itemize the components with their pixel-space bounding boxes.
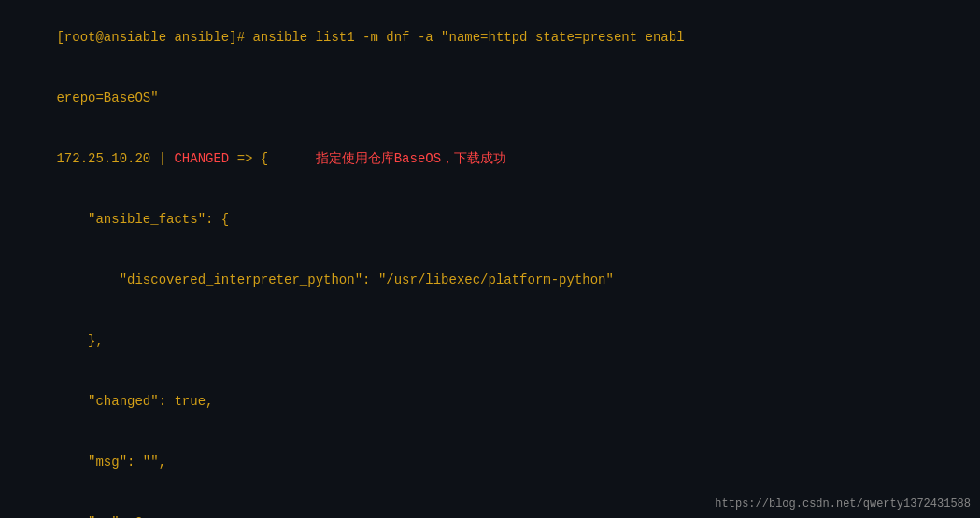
command-text-1: [root@ansiable ansible]# ansible list1 -… [56,30,684,45]
facts-close-line: }, [9,311,971,371]
command-line-2: erepo=BaseOS" [9,68,971,129]
ansible-facts-line: "ansible_facts": { [9,189,971,250]
command-text-2: erepo=BaseOS" [56,91,158,105]
msg-line: "msg": "", [9,432,971,493]
changed-badge: CHANGED [174,151,229,166]
watermark-text: https://blog.csdn.net/qwerty1372431588 [715,497,971,511]
annotation-text: 指定使用仓库BaseOS，下载成功 [316,151,506,166]
ip-text: 172.25.10.20 | [56,151,174,166]
interpreter-line: "discovered_interpreter_python": "/usr/l… [9,250,971,311]
terminal-content: [root@ansiable ansible]# ansible list1 -… [9,7,971,518]
result-header-line: 172.25.10.20 | CHANGED => { 指定使用仓库BaseOS… [9,129,971,189]
command-line-1: [root@ansiable ansible]# ansible list1 -… [9,7,971,68]
arrow-text: => { [229,151,315,166]
changed-true-line: "changed": true, [9,371,971,432]
terminal-window: [root@ansiable ansible]# ansible list1 -… [0,0,980,518]
